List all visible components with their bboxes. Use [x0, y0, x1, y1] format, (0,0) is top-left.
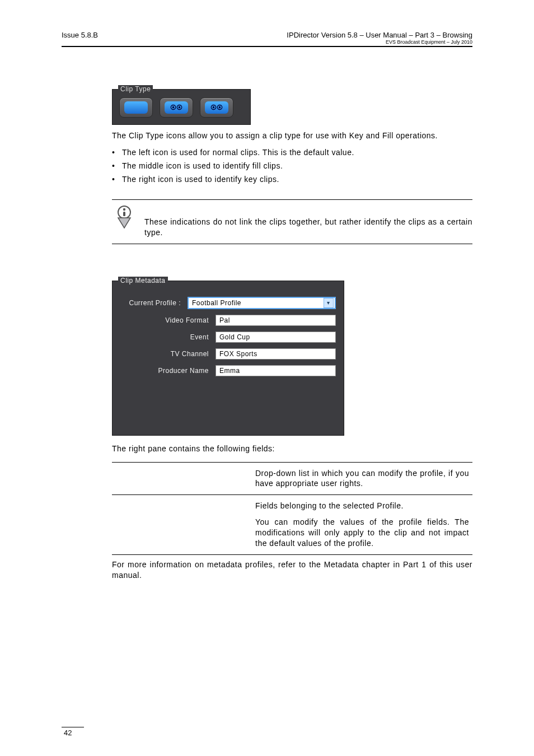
- closing-paragraph: For more information on metadata profile…: [112, 559, 472, 581]
- clip-type-bullets: The left icon is used for normal clips. …: [112, 148, 472, 184]
- cell-desc-p1: Fields belonging to the selected Profile…: [255, 501, 469, 511]
- cell-desc: Fields belonging to the selected Profile…: [252, 495, 472, 555]
- doc-subtitle: EVS Broadcast Equipment – July 2010: [287, 39, 472, 45]
- list-item: The right icon is used to identify key c…: [112, 175, 472, 184]
- key-clip-icon: ⦿⦿: [205, 101, 228, 114]
- cell-desc: Drop-down list in which you can modify t…: [252, 462, 472, 495]
- producer-name-field[interactable]: Emma: [216, 365, 336, 376]
- clip-type-normal-button[interactable]: [119, 97, 153, 118]
- field-label: TV Channel: [120, 350, 216, 358]
- note-text: These indications do not link the clips …: [144, 217, 472, 238]
- chevron-down-icon: ▾: [324, 298, 334, 308]
- note-block: These indications do not link the clips …: [112, 200, 472, 244]
- issue-label: Issue 5.8.B: [62, 31, 98, 39]
- clip-type-group: Clip Type ⦿⦿ ⦿⦿: [112, 89, 251, 125]
- current-profile-label: Current Profile :: [120, 299, 188, 307]
- clip-metadata-group-label: Clip Metadata: [118, 277, 168, 284]
- doc-title: IPDirector Version 5.8 – User Manual – P…: [287, 31, 472, 39]
- page-header: Issue 5.8.B IPDirector Version 5.8 – Use…: [62, 31, 472, 47]
- cell-label: [112, 495, 252, 555]
- clip-type-group-label: Clip Type: [118, 85, 153, 93]
- fill-clip-icon: ⦿⦿: [165, 101, 188, 114]
- divider: [112, 244, 472, 244]
- fields-description-table: Drop-down list in which you can modify t…: [112, 462, 472, 555]
- header-right: IPDirector Version 5.8 – User Manual – P…: [287, 31, 472, 45]
- field-label: Producer Name: [120, 367, 216, 375]
- note-icon: [114, 206, 134, 232]
- list-item: The left icon is used for normal clips. …: [112, 148, 472, 157]
- table-row: Drop-down list in which you can modify t…: [112, 462, 472, 495]
- current-profile-dropdown[interactable]: Football Profile ▾: [188, 297, 336, 309]
- table-row: [112, 554, 472, 555]
- clip-type-fill-button[interactable]: ⦿⦿: [160, 97, 193, 118]
- event-field[interactable]: Gold Cup: [216, 332, 336, 343]
- current-profile-value: Football Profile: [192, 299, 241, 307]
- normal-clip-icon: [124, 101, 148, 114]
- tv-channel-field[interactable]: FOX Sports: [216, 348, 336, 360]
- clip-metadata-caption: The right pane contains the following fi…: [112, 444, 472, 454]
- cell-label: [112, 462, 252, 495]
- field-label: Event: [120, 333, 216, 341]
- svg-rect-2: [123, 212, 125, 216]
- clip-type-intro: The Clip Type icons allow you to assign …: [112, 130, 472, 141]
- field-label: Video Format: [120, 316, 216, 324]
- video-format-field[interactable]: Pal: [216, 315, 336, 326]
- cell-desc-p2: You can modify the values of the profile…: [255, 517, 469, 549]
- page-number: 42: [62, 727, 84, 737]
- clip-metadata-group: Clip Metadata Current Profile : Football…: [112, 281, 344, 436]
- list-item: The middle icon is used to identify fill…: [112, 161, 472, 170]
- clip-type-key-button[interactable]: ⦿⦿: [200, 97, 233, 118]
- table-row: Fields belonging to the selected Profile…: [112, 495, 472, 555]
- svg-point-1: [123, 208, 125, 211]
